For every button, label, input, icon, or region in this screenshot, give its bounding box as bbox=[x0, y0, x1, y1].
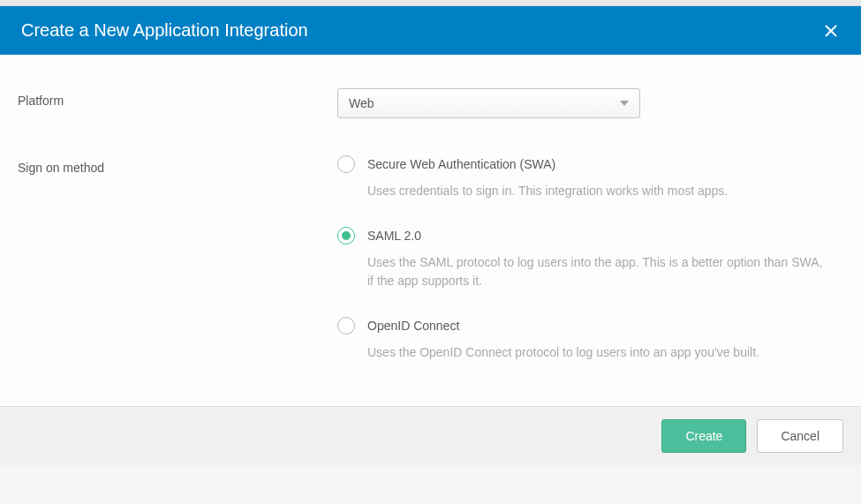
platform-label: Platform bbox=[18, 88, 337, 118]
cancel-button[interactable]: Cancel bbox=[757, 419, 843, 453]
modal-title: Create a New Application Integration bbox=[21, 20, 308, 41]
close-icon[interactable] bbox=[822, 22, 840, 40]
radio-openid[interactable]: OpenID Connect bbox=[337, 317, 843, 335]
radio-label-saml: SAML 2.0 bbox=[367, 229, 421, 243]
radio-option-swa: Secure Web Authentication (SWA) Uses cre… bbox=[337, 155, 843, 200]
create-integration-modal: Create a New Application Integration Pla… bbox=[0, 0, 861, 465]
radio-option-saml: SAML 2.0 Uses the SAML protocol to log u… bbox=[337, 227, 843, 290]
signon-label: Sign on method bbox=[18, 155, 337, 362]
create-button[interactable]: Create bbox=[661, 419, 746, 453]
radio-desc-swa: Uses credentials to sign in. This integr… bbox=[367, 182, 827, 200]
signon-row: Sign on method Secure Web Authentication… bbox=[18, 155, 843, 362]
radio-label-swa: Secure Web Authentication (SWA) bbox=[367, 157, 555, 171]
radio-label-openid: OpenID Connect bbox=[367, 319, 459, 333]
platform-select[interactable]: Web bbox=[337, 88, 640, 118]
radio-dot-icon bbox=[342, 231, 351, 240]
radio-circle-icon bbox=[337, 317, 355, 335]
platform-select-value: Web bbox=[349, 96, 374, 110]
radio-swa[interactable]: Secure Web Authentication (SWA) bbox=[337, 155, 843, 173]
modal-body: Platform Web Sign on method Secure Web A… bbox=[0, 55, 861, 406]
radio-option-openid: OpenID Connect Uses the OpenID Connect p… bbox=[337, 317, 843, 362]
radio-circle-selected-icon bbox=[337, 227, 355, 244]
modal-header: Create a New Application Integration bbox=[0, 6, 861, 55]
platform-field: Web bbox=[337, 88, 843, 118]
radio-circle-icon bbox=[337, 155, 355, 173]
modal-footer: Create Cancel bbox=[0, 406, 861, 465]
radio-saml[interactable]: SAML 2.0 bbox=[337, 227, 843, 244]
radio-desc-openid: Uses the OpenID Connect protocol to log … bbox=[367, 343, 827, 362]
radio-desc-saml: Uses the SAML protocol to log users into… bbox=[367, 253, 827, 290]
signon-options: Secure Web Authentication (SWA) Uses cre… bbox=[337, 155, 843, 362]
tab-stub bbox=[0, 0, 861, 6]
chevron-down-icon bbox=[620, 101, 629, 106]
platform-row: Platform Web bbox=[18, 88, 843, 118]
